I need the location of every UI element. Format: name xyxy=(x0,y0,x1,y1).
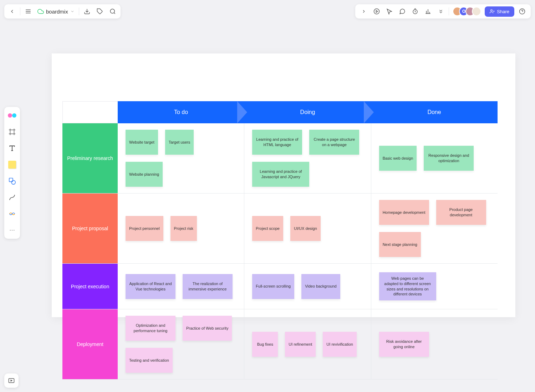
play-button[interactable] xyxy=(370,5,383,18)
row-cell[interactable]: Homepage developmentProduct page develop… xyxy=(371,194,498,263)
vote-button[interactable] xyxy=(422,5,434,18)
kanban-card[interactable]: UI revivification xyxy=(323,332,357,357)
kanban-card[interactable]: Responsive design and optimization xyxy=(424,146,474,171)
expand-button[interactable] xyxy=(357,5,370,18)
svg-point-27 xyxy=(10,230,11,231)
row-label[interactable]: Project proposal xyxy=(62,194,118,263)
row-cell[interactable]: Application of React and Vue technologie… xyxy=(118,264,244,309)
topbar-right: O Share xyxy=(355,4,531,19)
share-label: Share xyxy=(497,9,509,14)
help-button[interactable] xyxy=(516,5,529,18)
kanban-card[interactable]: Application of React and Vue technologie… xyxy=(126,274,175,299)
kanban-card[interactable]: Learning and practice of Javascript and … xyxy=(252,162,309,187)
download-button[interactable] xyxy=(81,5,93,18)
kanban-card[interactable]: Learning and practice of HTML language xyxy=(252,130,302,155)
kanban-card[interactable]: Project scope xyxy=(252,216,283,241)
row-cell[interactable]: Website targetTarget usersWebsite planni… xyxy=(118,123,244,193)
kanban-card[interactable]: Testing and verification xyxy=(126,348,173,373)
help-icon xyxy=(519,8,525,15)
connector-icon xyxy=(8,194,16,201)
kanban-card[interactable]: The realization of immersive experience xyxy=(183,274,233,299)
text-tool[interactable] xyxy=(6,143,18,154)
row-cell[interactable]: Project scopeUI/UX design xyxy=(244,194,371,263)
arrow-divider-icon xyxy=(364,101,381,123)
timer-button[interactable] xyxy=(409,5,422,18)
row-label[interactable]: Project execution xyxy=(62,264,118,309)
kanban-grid: To do Doing Done Preliminary researchWeb… xyxy=(62,101,498,380)
back-button[interactable] xyxy=(6,5,19,18)
comment-button[interactable] xyxy=(396,5,409,18)
cursor-icon xyxy=(386,8,393,15)
hamburger-icon xyxy=(25,8,31,15)
connector-tool[interactable] xyxy=(6,192,18,203)
more-tools-button[interactable] xyxy=(434,5,447,18)
header-empty-cell xyxy=(62,101,118,123)
kanban-card[interactable]: Basic web design xyxy=(379,146,417,171)
svg-marker-8 xyxy=(376,10,378,12)
templates-icon xyxy=(8,113,16,118)
shape-tool[interactable] xyxy=(6,175,18,187)
arrow-divider-icon xyxy=(237,101,254,123)
kanban-card[interactable]: Website target xyxy=(126,130,158,155)
comment-icon xyxy=(399,8,406,15)
kanban-card[interactable]: Project personnel xyxy=(126,216,163,241)
minimap-button[interactable] xyxy=(4,373,19,388)
search-icon xyxy=(109,8,116,15)
kanban-card[interactable]: Risk avoidance after going online xyxy=(379,332,429,357)
kanban-card[interactable]: Next stage planning xyxy=(379,232,421,257)
kanban-card[interactable]: Homepage development xyxy=(379,200,429,225)
templates-tool[interactable] xyxy=(6,110,18,121)
kanban-card[interactable]: Create a page structure on a webpage xyxy=(309,130,359,155)
menu-button[interactable] xyxy=(22,5,35,18)
kanban-card[interactable]: UI/UX design xyxy=(290,216,321,241)
row-label[interactable]: Preliminary research xyxy=(62,123,118,193)
svg-point-5 xyxy=(110,9,114,13)
tag-button[interactable] xyxy=(93,5,106,18)
more-tools[interactable] xyxy=(6,225,18,236)
svg-line-6 xyxy=(114,12,115,14)
cloud-icon xyxy=(37,8,44,15)
column-header-doing[interactable]: Doing xyxy=(244,101,371,123)
search-button[interactable] xyxy=(106,5,119,18)
kanban-row: Project executionApplication of React an… xyxy=(62,264,498,309)
kanban-card[interactable]: Website planning xyxy=(126,162,163,187)
kanban-card[interactable]: Web pages can be adapted to different sc… xyxy=(379,272,436,300)
text-icon xyxy=(9,145,16,152)
row-cell[interactable]: Bug fixesUI refinementUI revivification xyxy=(244,309,371,379)
brand-section[interactable]: boardmix xyxy=(35,8,77,15)
row-cell[interactable]: Project personnelProject risk xyxy=(118,194,244,263)
row-cell[interactable]: Full-screen scrollingVideo background xyxy=(244,264,371,309)
divider xyxy=(20,7,20,15)
kanban-card[interactable]: Full-screen scrolling xyxy=(252,274,294,299)
column-header-done[interactable]: Done xyxy=(371,101,498,123)
kanban-card[interactable]: Target users xyxy=(165,130,194,155)
sticky-note-tool[interactable] xyxy=(6,159,18,170)
share-button[interactable]: Share xyxy=(485,6,514,17)
kanban-card[interactable]: Bug fixes xyxy=(252,332,278,357)
avatar[interactable] xyxy=(472,7,481,16)
kanban-card[interactable]: Practice of Web security xyxy=(183,316,232,341)
row-cell[interactable]: Learning and practice of HTML languageCr… xyxy=(244,123,371,193)
kanban-card[interactable]: UI refinement xyxy=(285,332,316,357)
cursor-button[interactable] xyxy=(383,5,396,18)
row-cell[interactable]: Optimization and performance tuningPract… xyxy=(118,309,244,379)
row-cell[interactable]: Basic web designResponsive design and op… xyxy=(371,123,498,193)
kanban-card[interactable]: Project risk xyxy=(170,216,197,241)
mindmap-tool[interactable] xyxy=(6,208,18,220)
svg-point-28 xyxy=(12,230,12,231)
row-cell[interactable]: Web pages can be adapted to different sc… xyxy=(371,264,498,309)
double-chevron-down-icon xyxy=(438,9,443,14)
kanban-card[interactable]: Video background xyxy=(301,274,340,299)
row-label[interactable]: Deployment xyxy=(62,309,118,379)
kanban-card[interactable]: Product page development xyxy=(436,200,486,225)
frame-tool[interactable] xyxy=(6,126,18,138)
row-cell[interactable]: Risk avoidance after going online xyxy=(371,309,498,379)
kanban-card[interactable]: Optimization and performance tuning xyxy=(126,316,175,341)
left-toolbar xyxy=(4,107,20,239)
avatar-stack[interactable]: O xyxy=(453,7,481,16)
sticky-icon xyxy=(8,161,16,169)
divider xyxy=(79,7,79,15)
column-header-todo[interactable]: To do xyxy=(118,101,244,123)
canvas-board[interactable]: To do Doing Done Preliminary researchWeb… xyxy=(52,53,515,317)
kanban-row: DeploymentOptimization and performance t… xyxy=(62,309,498,380)
